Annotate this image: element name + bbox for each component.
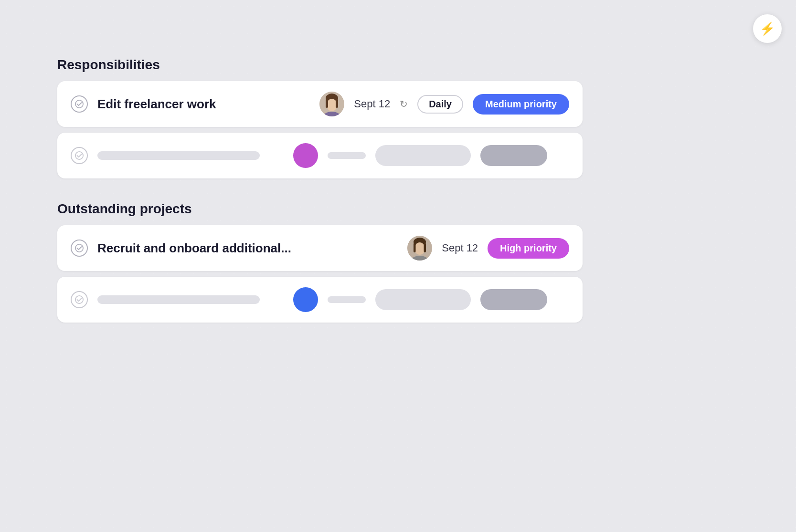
task-avatar-2 xyxy=(407,236,432,261)
lightning-button[interactable]: ⚡ xyxy=(753,14,782,43)
skeleton-checkbox-2 xyxy=(71,291,88,308)
task-text-1: Edit freelancer work xyxy=(97,97,310,112)
task-avatar-1 xyxy=(319,92,344,116)
task-date-2: Sept 12 xyxy=(442,242,478,254)
svg-point-3 xyxy=(327,99,337,111)
task-text-2: Recruit and onboard additional... xyxy=(97,241,398,256)
skeleton-check-icon-1 xyxy=(75,151,84,160)
skeleton-avatar-2 xyxy=(293,287,318,312)
main-content: Responsibilities Edit freelancer work xyxy=(57,57,583,345)
recur-icon-1: ↻ xyxy=(400,98,408,110)
skeleton-checkbox-1 xyxy=(71,147,88,164)
skeleton-card-1 xyxy=(57,133,583,178)
section-outstanding: Outstanding projects Recruit and onboard… xyxy=(57,201,583,323)
task-checkbox-1[interactable] xyxy=(71,95,88,113)
skeleton-card-2 xyxy=(57,277,583,323)
skeleton-date-bar-1 xyxy=(328,152,366,159)
skeleton-text-bar-2 xyxy=(97,295,260,304)
skeleton-text-bar-1 xyxy=(97,151,260,160)
task-card-1: Edit freelancer work Sept 12 ↻ xyxy=(57,81,583,127)
svg-point-0 xyxy=(75,100,83,108)
lightning-bolt-icon: ⚡ xyxy=(760,21,775,36)
badge-priority-2: High priority xyxy=(488,238,569,259)
badge-daily-1: Daily xyxy=(417,95,463,114)
svg-point-11 xyxy=(414,242,425,255)
avatar-image-1 xyxy=(319,92,344,116)
skeleton-badge-bar-1 xyxy=(375,145,471,166)
skeleton-avatar-1 xyxy=(293,143,318,168)
svg-rect-13 xyxy=(424,243,426,252)
task-card-2: Recruit and onboard additional... Sept 1… xyxy=(57,225,583,271)
badge-priority-1: Medium priority xyxy=(473,94,569,115)
skeleton-badge-bar-2 xyxy=(375,289,471,310)
section-title-responsibilities: Responsibilities xyxy=(57,57,583,73)
section-responsibilities: Responsibilities Edit freelancer work xyxy=(57,57,583,178)
skeleton-priority-bar-2 xyxy=(480,289,547,310)
skeleton-date-bar-2 xyxy=(328,296,366,303)
svg-rect-5 xyxy=(336,99,338,108)
section-title-outstanding: Outstanding projects xyxy=(57,201,583,217)
svg-rect-12 xyxy=(414,243,416,252)
skeleton-priority-bar-1 xyxy=(480,145,547,166)
check-icon-2 xyxy=(75,244,84,252)
avatar-image-2 xyxy=(407,236,432,261)
svg-point-15 xyxy=(75,296,83,303)
task-date-1: Sept 12 xyxy=(354,98,390,110)
skeleton-check-icon-2 xyxy=(75,295,84,304)
task-checkbox-2[interactable] xyxy=(71,240,88,257)
svg-point-8 xyxy=(75,244,83,252)
svg-rect-4 xyxy=(326,99,328,108)
svg-point-7 xyxy=(75,152,83,159)
check-icon-1 xyxy=(75,100,84,108)
